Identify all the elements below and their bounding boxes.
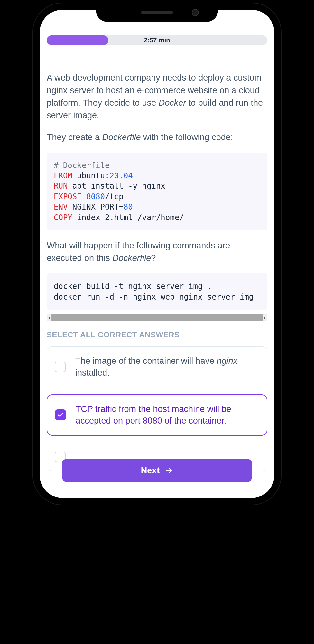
answer-text-1: TCP traffic from the host machine will b… <box>76 403 259 427</box>
phone-camera <box>192 9 199 16</box>
scroll-left-arrow-icon[interactable]: ◀ <box>48 316 50 319</box>
scroll-right-arrow-icon[interactable]: ▶ <box>264 316 266 319</box>
followup-em: Dockerfile <box>112 253 151 263</box>
content-area: 2:57 min A web development company needs… <box>40 10 274 498</box>
code-expose-num: 8080 <box>86 192 105 201</box>
code-kw-env: ENV <box>54 202 68 211</box>
question-intro: A web development company needs to deplo… <box>47 72 267 122</box>
code-kw-expose: EXPOSE <box>54 192 82 201</box>
answer-option-1[interactable]: TCP traffic from the host machine will b… <box>47 394 267 436</box>
code-kw-run: RUN <box>54 182 68 191</box>
code-env-num: 80 <box>124 202 133 211</box>
followup-2: ? <box>151 253 156 263</box>
progress-section: 2:57 min <box>40 35 274 52</box>
code-kw-copy: COPY <box>54 213 72 222</box>
dockerfile-prompt-2: with the following code: <box>141 132 233 142</box>
phone-frame: 2:57 min A web development company needs… <box>33 3 281 505</box>
next-button-label: Next <box>141 466 160 476</box>
code-from-rest-1: ubuntu: <box>72 171 110 180</box>
horizontal-scrollbar[interactable]: ◀ ▶ <box>47 314 267 321</box>
answer-0-pre: The image of the container will have <box>75 356 217 366</box>
code-block-commands: docker build -t nginx_server_img . docke… <box>47 273 267 310</box>
screen: 2:57 min A web development company needs… <box>40 10 274 498</box>
next-button[interactable]: Next <box>62 459 252 482</box>
code-kw-from: FROM <box>54 171 72 180</box>
question-intro-docker: Docker <box>159 98 186 108</box>
code-env-rest-1: NGINX_PORT= <box>68 202 123 211</box>
code-block-dockerfile: # Dockerfile FROM ubuntu:20.04 RUN apt i… <box>47 153 267 230</box>
code-comment: # Dockerfile <box>54 161 109 170</box>
dockerfile-prompt-1: They create a <box>47 132 102 142</box>
answer-1-pre: TCP traffic from the host machine will b… <box>76 404 231 425</box>
answer-text-0: The image of the container will have ngi… <box>75 355 259 379</box>
progress-fill <box>47 35 108 45</box>
scroll-area[interactable]: A web development company needs to deplo… <box>40 52 274 498</box>
checkbox-0[interactable] <box>55 362 66 372</box>
question-followup: What will happen if the following comman… <box>47 239 267 264</box>
arrow-right-icon <box>165 466 173 475</box>
dockerfile-prompt-em: Dockerfile <box>102 132 141 142</box>
checkmark-icon <box>57 412 64 418</box>
answers-label: SELECT ALL CORRECT ANSWERS <box>47 330 267 339</box>
code-commands-text: docker build -t nginx_server_img . docke… <box>54 282 254 301</box>
answer-0-post: installed. <box>75 368 110 378</box>
checkbox-1[interactable] <box>55 409 66 420</box>
question-dockerfile-prompt: They create a Dockerfile with the follow… <box>47 131 267 144</box>
code-expose-rest: /tcp <box>105 192 124 201</box>
code-expose-sp <box>82 192 86 201</box>
progress-timer: 2:57 min <box>144 37 170 44</box>
code-from-num: 20.04 <box>109 171 133 180</box>
progress-bar: 2:57 min <box>47 35 267 45</box>
phone-speaker <box>141 11 173 14</box>
code-copy-rest: index_2.html /var/home/ <box>72 213 184 222</box>
code-run-rest: apt install -y nginx <box>68 182 165 191</box>
answer-0-em: nginx <box>217 356 238 366</box>
answer-option-0[interactable]: The image of the container will have ngi… <box>47 346 267 387</box>
phone-notch <box>96 3 218 22</box>
